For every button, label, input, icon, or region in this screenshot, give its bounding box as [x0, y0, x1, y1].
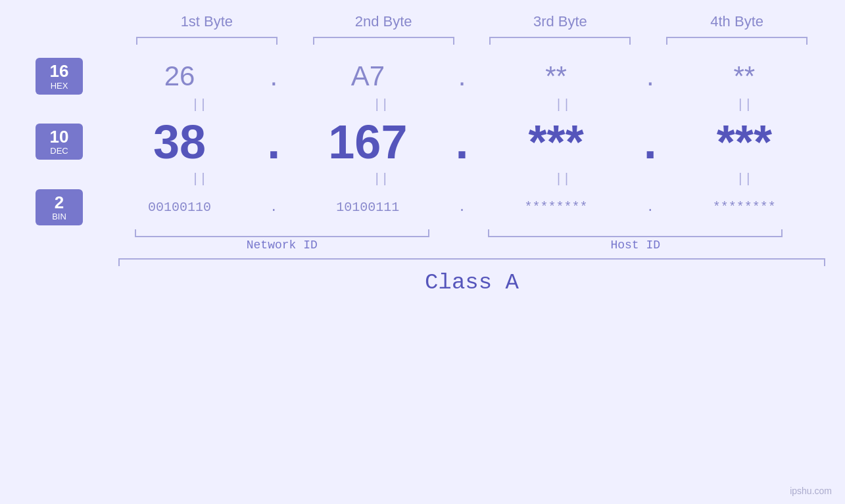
eq-1-2: || — [300, 95, 462, 115]
id-labels-row: Network ID Host ID — [118, 239, 825, 252]
hex-row: 16 HEX 26 . A7 . ** . ** — [20, 58, 825, 95]
byte-headers: 1st Byte 2nd Byte 3rd Byte 4th Byte — [118, 13, 825, 30]
hex-cell-1: 26 — [99, 60, 260, 92]
dec-val-3: *** — [529, 115, 584, 169]
bracket-top — [118, 37, 825, 45]
bin-base: BIN — [42, 212, 76, 221]
dec-dot-3: . — [637, 115, 664, 169]
dec-base: DEC — [42, 146, 76, 156]
eq-2-2: || — [300, 169, 462, 189]
equals-row-2: || || || || — [118, 169, 825, 189]
hex-number: 16 — [42, 62, 76, 81]
bin-cell-3: ******** — [475, 200, 637, 215]
host-id-label: Host ID — [472, 239, 800, 252]
bin-label-box: 2 BIN — [36, 189, 83, 226]
eq-1-4: || — [664, 95, 825, 115]
equals-row-1: || || || || — [118, 95, 825, 115]
bin-cell-4: ******** — [664, 200, 825, 215]
dec-cell-3: *** — [475, 115, 637, 169]
dec-label-box: 10 DEC — [36, 124, 83, 160]
network-bracket — [118, 229, 446, 237]
host-bracket — [472, 229, 800, 237]
byte-header-4: 4th Byte — [648, 13, 825, 30]
eq-1-1: || — [118, 95, 280, 115]
hex-base: HEX — [42, 81, 76, 91]
byte-header-2: 2nd Byte — [295, 13, 472, 30]
hex-label-box: 16 HEX — [36, 58, 83, 95]
eq-2-3: || — [482, 169, 644, 189]
bin-cells: 00100110 . 10100111 . ******** . *******… — [99, 200, 825, 215]
dec-row: 10 DEC 38 . 167 . *** . *** — [20, 115, 825, 169]
hex-label: 16 HEX — [20, 58, 99, 95]
bin-dot-1: . — [260, 200, 287, 215]
dec-val-4: *** — [717, 115, 772, 169]
hex-val-1: 26 — [164, 60, 195, 92]
class-section: Class A — [118, 258, 825, 299]
dec-cell-1: 38 — [99, 115, 260, 169]
hex-val-3: ** — [545, 60, 567, 92]
hex-cell-2: A7 — [287, 60, 448, 92]
byte-header-1: 1st Byte — [118, 13, 295, 30]
bin-val-4: ******** — [713, 200, 776, 215]
bin-dot-3: . — [637, 200, 664, 215]
bin-cell-2: 10100111 — [287, 200, 448, 215]
hex-val-2: A7 — [351, 60, 385, 92]
hex-cell-3: ** — [475, 60, 637, 92]
bin-val-2: 10100111 — [336, 200, 399, 215]
hex-val-4: ** — [734, 60, 756, 92]
dec-label: 10 DEC — [20, 124, 99, 160]
bin-dot-2: . — [449, 200, 475, 215]
byte-header-3: 3rd Byte — [472, 13, 649, 30]
dec-dot-2: . — [449, 115, 475, 169]
network-id-label: Network ID — [118, 239, 446, 252]
dec-cells: 38 . 167 . *** . *** — [99, 115, 825, 169]
hex-dot-3: . — [637, 60, 664, 92]
bin-label: 2 BIN — [20, 189, 99, 226]
hex-dot-1: . — [260, 60, 287, 92]
hex-cell-4: ** — [664, 60, 825, 92]
dec-cell-4: *** — [664, 115, 825, 169]
bin-row: 2 BIN 00100110 . 10100111 . ******** . — [20, 189, 825, 226]
hex-dot-2: . — [449, 60, 475, 92]
watermark: ipshu.com — [790, 486, 832, 496]
class-label: Class A — [118, 266, 825, 299]
bottom-brackets — [118, 229, 825, 237]
main-container: 1st Byte 2nd Byte 3rd Byte 4th Byte 16 H… — [0, 0, 845, 504]
dec-cell-2: 167 — [287, 115, 448, 169]
dec-number: 10 — [42, 127, 76, 147]
bin-val-1: 00100110 — [148, 200, 211, 215]
eq-1-3: || — [482, 95, 644, 115]
bin-number: 2 — [42, 193, 76, 212]
bin-cell-1: 00100110 — [99, 200, 260, 215]
bin-val-3: ******** — [525, 200, 588, 215]
class-bracket — [118, 258, 825, 266]
dec-val-1: 38 — [153, 115, 206, 169]
eq-2-1: || — [118, 169, 280, 189]
dec-dot-1: . — [260, 115, 287, 169]
dec-val-2: 167 — [328, 115, 407, 169]
eq-2-4: || — [664, 169, 825, 189]
hex-cells: 26 . A7 . ** . ** — [99, 60, 825, 92]
